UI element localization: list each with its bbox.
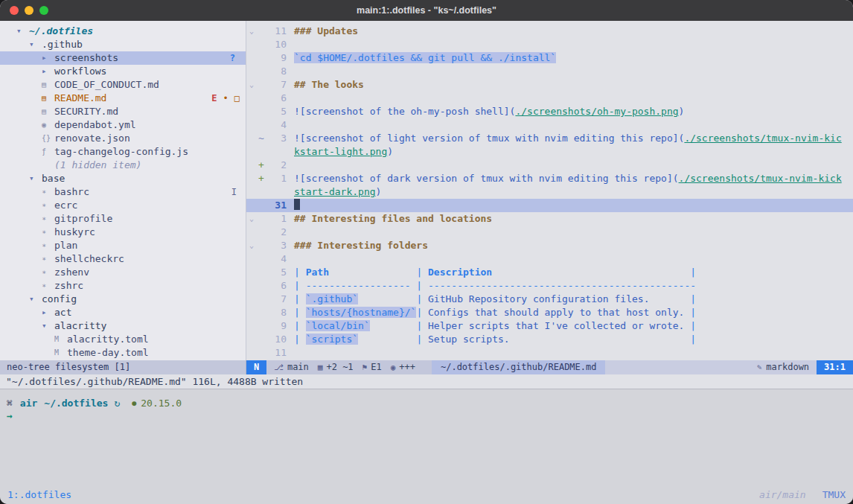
- zoom-button[interactable]: [39, 6, 48, 15]
- editor-line[interactable]: 2: [246, 226, 853, 239]
- tree-item-base[interactable]: ▾base: [0, 172, 246, 185]
- tree-item-config[interactable]: ▾config: [0, 293, 246, 306]
- git-sign: [257, 346, 266, 360]
- tree-item-readme-md[interactable]: ▤README.mdE•□: [0, 92, 246, 105]
- chevron-icon: ▾: [29, 293, 42, 306]
- git-sign: [257, 333, 266, 346]
- text-segment: | ------------------ | -----------------…: [294, 280, 696, 291]
- editor-line[interactable]: ⌄7## The looks: [246, 78, 853, 92]
- editor-line[interactable]: 8: [246, 65, 853, 78]
- tmux-pane-shell[interactable]: ⌘ air ~/.dotfiles ↻ ● 20.15.0 → 1:.dotfi…: [0, 389, 853, 504]
- tree-item-screenshots[interactable]: ▸screenshots?: [0, 51, 246, 65]
- tree-item-renovate-json[interactable]: {}renovate.json: [0, 132, 246, 145]
- editor-line[interactable]: 10: [246, 38, 853, 51]
- tree-item-theme-day-toml[interactable]: Mtheme-day.toml: [0, 346, 246, 360]
- editor-line[interactable]: 7| `.github` | GitHub Repository configu…: [246, 293, 853, 306]
- tree-item-zshrc[interactable]: ∗zshrc: [0, 279, 246, 293]
- tree-item-dotfiles[interactable]: ▾~/.dotfiles: [0, 25, 246, 38]
- git-status-badge: □: [234, 92, 240, 105]
- editor-line[interactable]: +2: [246, 159, 853, 172]
- editor-line[interactable]: 11: [246, 346, 853, 360]
- editor-line[interactable]: 4: [246, 252, 853, 266]
- editor-line[interactable]: ~3![screenshot of light version of tmux …: [246, 132, 853, 145]
- text-segment: ./screenshots/tmux-nvim-kick: [679, 173, 842, 184]
- text-segment: |: [294, 293, 306, 304]
- editor-line[interactable]: 9`cd $HOME/.dotfiles && git pull && ./in…: [246, 51, 853, 65]
- editor-line[interactable]: 5![screenshot of the oh-my-posh shell](.…: [246, 105, 853, 118]
- text-segment: ## Interesting files and locations: [294, 213, 492, 224]
- git-diff: ▦+2 ~1: [318, 360, 354, 374]
- text-segment: |: [690, 334, 696, 345]
- tree-item-shellcheckrc[interactable]: ∗shellcheckrc: [0, 252, 246, 266]
- file-icon: ◉: [42, 118, 54, 132]
- text-segment: `local/bin`: [306, 320, 370, 331]
- editor-line[interactable]: 4: [246, 118, 853, 132]
- editor-line[interactable]: ⌄11### Updates: [246, 25, 853, 38]
- chevron-icon: ▾: [29, 38, 42, 51]
- tree-item-workflows[interactable]: ▸workflows: [0, 65, 246, 78]
- text-segment: |: [294, 320, 306, 331]
- tree-item-dependabot-yml[interactable]: ◉dependabot.yml: [0, 118, 246, 132]
- tmux-window-item[interactable]: 1:.dotfiles: [7, 489, 71, 500]
- statusline-git: ⎇main▦+2 ~1⚑E1◉+++: [266, 360, 432, 374]
- close-button[interactable]: [10, 6, 19, 15]
- text-segment: |: [294, 267, 306, 278]
- fold-icon: [246, 132, 257, 145]
- tree-item-alacritty[interactable]: ▾alacritty: [0, 319, 246, 333]
- tree-item-code-of-conduct-md[interactable]: ▤CODE_OF_CONDUCT.md: [0, 78, 246, 92]
- tree-item-github[interactable]: ▾.github: [0, 38, 246, 51]
- tree-item-label: screenshots: [54, 51, 118, 65]
- git-status-badge: I: [231, 185, 237, 199]
- editor-line[interactable]: start-dark.png): [246, 185, 853, 199]
- text-segment: Configs that should apply to that host o…: [428, 307, 690, 318]
- tree-item-label: .github: [42, 38, 83, 51]
- tree-item-alacritty-toml[interactable]: Malacritty.toml: [0, 333, 246, 346]
- editor-line[interactable]: 8| `hosts/{hostname}/`| Configs that sho…: [246, 306, 853, 319]
- fold-icon: ⌄: [246, 25, 257, 38]
- editor-line[interactable]: ⌄1## Interesting files and locations: [246, 212, 853, 226]
- tree-item-bashrc[interactable]: ∗bashrcI: [0, 185, 246, 199]
- statusline-filler: [605, 360, 749, 374]
- file-icon: ∗: [42, 199, 54, 212]
- editor-line[interactable]: 5| Path | Description |: [246, 266, 853, 279]
- line-number: 9: [266, 319, 287, 333]
- editor-line[interactable]: 6| ------------------ | ----------------…: [246, 279, 853, 293]
- line-number: 3: [266, 132, 287, 145]
- line-number: 11: [266, 25, 287, 38]
- tree-item-act[interactable]: ▸act: [0, 306, 246, 319]
- minimize-button[interactable]: [25, 6, 33, 15]
- tree-item-security-md[interactable]: ▤SECURITY.md: [0, 105, 246, 118]
- git-sign: [257, 92, 266, 105]
- git-sign: [257, 199, 266, 212]
- editor-line[interactable]: kstart-light.png): [246, 145, 853, 159]
- text-segment: ./screenshots/oh-my-posh.png: [515, 106, 678, 117]
- editor-pane[interactable]: ⌄11### Updates109`cd $HOME/.dotfiles && …: [246, 21, 853, 360]
- line-text: | `scripts` | Setup scripts. |: [294, 333, 696, 346]
- line-number: 31: [266, 199, 287, 212]
- editor-line[interactable]: +1![screenshot of dark version of tmux w…: [246, 172, 853, 185]
- tree-item-gitprofile[interactable]: ∗gitprofile: [0, 212, 246, 226]
- text-segment: kstart-light.png: [294, 146, 387, 157]
- fold-icon: [246, 145, 257, 159]
- line-number: 10: [266, 333, 287, 346]
- editor-line[interactable]: 10| `scripts` | Setup scripts. |: [246, 333, 853, 346]
- editor-line[interactable]: ⌄3### Interesting folders: [246, 239, 853, 252]
- tree-item-1-hidden-item[interactable]: (1 hidden item): [0, 159, 246, 172]
- fold-icon: [246, 279, 257, 293]
- tree-item-tag-changelog-config-js[interactable]: ƒtag-changelog-config.js: [0, 145, 246, 159]
- text-segment: |: [416, 293, 428, 304]
- editor-line-current[interactable]: 31: [246, 199, 853, 212]
- text-segment: `hosts/{hostname}/`: [306, 307, 417, 318]
- tree-item-ecrc[interactable]: ∗ecrc: [0, 199, 246, 212]
- git-sign: [257, 239, 266, 252]
- tree-item-zshenv[interactable]: ∗zshenv: [0, 266, 246, 279]
- editor-line[interactable]: 6: [246, 92, 853, 105]
- command-line-message: "~/.dotfiles/.github/README.md" 116L, 44…: [0, 374, 853, 389]
- line-number: 3: [266, 239, 287, 252]
- git-sign: [257, 293, 266, 306]
- tree-item-huskyrc[interactable]: ∗huskyrc: [0, 226, 246, 239]
- file-icon: ƒ: [42, 145, 54, 159]
- editor-line[interactable]: 9| `local/bin` | Helper scripts that I'v…: [246, 319, 853, 333]
- text-segment: |: [294, 307, 306, 318]
- tree-item-plan[interactable]: ∗plan: [0, 239, 246, 252]
